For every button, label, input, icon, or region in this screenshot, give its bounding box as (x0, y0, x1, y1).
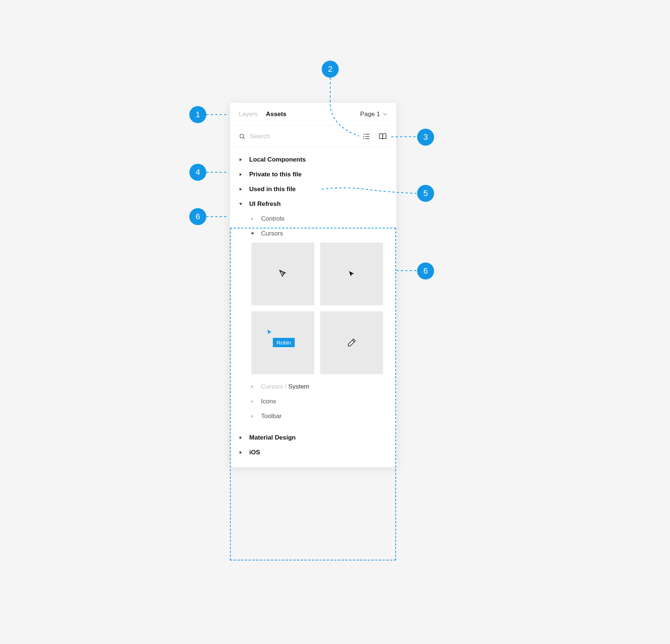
section-cursors-system[interactable]: Cursors / System (230, 379, 396, 394)
section-ui-refresh[interactable]: UI Refresh (230, 197, 396, 211)
leader-6-right (396, 270, 419, 274)
component-thumb-arrow-cursor[interactable] (320, 243, 383, 305)
component-thumb-multiplayer-cursor[interactable]: Robin (251, 311, 314, 374)
search-icon (239, 133, 246, 140)
arrow-right-icon (251, 400, 257, 403)
assets-tree: Local Components Private to this file Us… (230, 147, 396, 467)
section-material-design[interactable]: Material Design (230, 430, 396, 445)
section-used-in-file[interactable]: Used in this file (230, 182, 396, 197)
section-cursors[interactable]: Cursors (230, 226, 396, 241)
list-view-toggle[interactable] (362, 132, 371, 141)
arrow-right-icon (251, 385, 257, 389)
list-icon (363, 133, 370, 140)
svg-point-4 (363, 136, 365, 137)
callout-1: 1 (189, 106, 206, 123)
arrow-down-icon (239, 202, 246, 206)
library-button[interactable] (378, 132, 388, 141)
arrow-right-icon (251, 414, 257, 418)
svg-point-6 (363, 138, 365, 139)
tab-layers[interactable]: Layers (239, 111, 258, 118)
arrow-right-icon (239, 187, 246, 191)
callout-3: 3 (417, 129, 434, 146)
panel-header: Layers Assets Page 1 (230, 103, 396, 126)
callout-6-right: 6 (417, 262, 434, 279)
component-grid: Robin (230, 241, 396, 379)
book-open-icon (379, 133, 387, 140)
assets-panel: Layers Assets Page 1 (230, 103, 396, 467)
page-select-label: Page 1 (360, 111, 380, 118)
arrow-right-icon (239, 158, 246, 162)
pen-tool-icon (278, 269, 288, 279)
section-controls[interactable]: Controls (230, 211, 396, 226)
section-private-to-file[interactable]: Private to this file (230, 167, 396, 182)
page-select[interactable]: Page 1 (360, 111, 388, 118)
search-row (230, 126, 396, 147)
section-toolbar[interactable]: Toolbar (230, 409, 396, 424)
chevron-down-icon (382, 112, 388, 117)
component-thumb-pencil[interactable] (320, 311, 383, 374)
callout-4: 4 (189, 164, 206, 181)
component-thumb-pen-cursor[interactable] (251, 243, 314, 305)
arrow-cursor-icon (347, 270, 356, 278)
svg-point-0 (240, 134, 244, 138)
svg-line-1 (243, 138, 245, 139)
section-icons[interactable]: Icons (230, 394, 396, 409)
callout-6-left: 6 (189, 208, 206, 225)
arrow-down-icon (251, 232, 257, 235)
arrow-right-icon (251, 217, 257, 221)
pencil-icon (346, 338, 357, 348)
arrow-right-icon (239, 173, 246, 176)
callout-2: 2 (322, 61, 339, 78)
svg-point-2 (363, 133, 365, 135)
section-local-components[interactable]: Local Components (230, 152, 396, 167)
multiplayer-cursor-label: Robin (273, 338, 295, 347)
search-input[interactable] (250, 133, 355, 140)
callout-5: 5 (417, 185, 434, 202)
tab-assets[interactable]: Assets (266, 111, 287, 118)
arrow-right-icon (239, 451, 246, 454)
multiplayer-cursor-icon (265, 328, 274, 336)
arrow-right-icon (239, 436, 246, 440)
section-ios[interactable]: iOS (230, 445, 396, 460)
